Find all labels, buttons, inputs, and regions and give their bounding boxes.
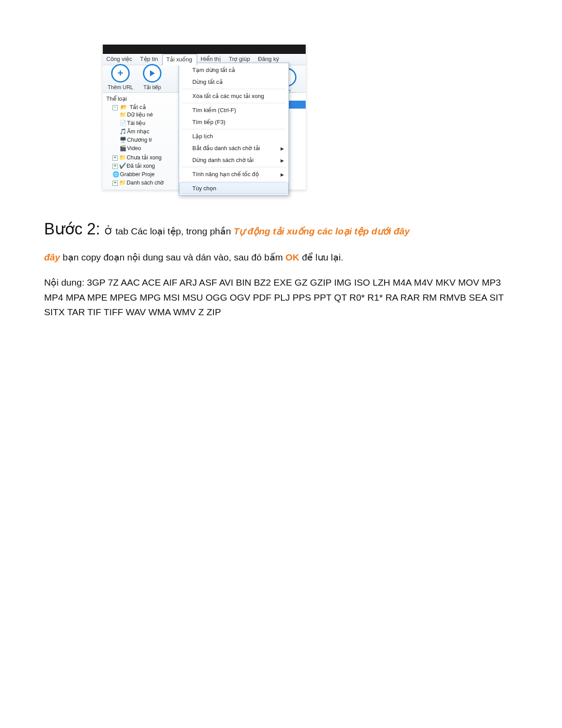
dd-speed-limit[interactable]: Tính năng hạn chế tốc độ▶ bbox=[179, 168, 288, 180]
step-text: bạn copy đoạn nội dung sau và dán vào, s… bbox=[63, 252, 285, 262]
dd-separator bbox=[182, 89, 286, 89]
chevron-right-icon: ▶ bbox=[281, 158, 284, 162]
dd-separator bbox=[182, 181, 286, 181]
tree-item-label: Chưa tải xong bbox=[127, 155, 161, 161]
play-icon bbox=[143, 64, 161, 83]
tree-item-label: Dữ liệu né bbox=[127, 112, 153, 118]
step-text: để lưu lại. bbox=[302, 252, 343, 262]
collapse-icon[interactable]: − bbox=[112, 105, 118, 110]
tree-item[interactable]: 🎬Video bbox=[120, 144, 183, 152]
tree-item[interactable]: 📁Dữ liệu né bbox=[120, 110, 183, 119]
folder-icon: 📁 bbox=[119, 179, 126, 186]
content-paragraph: Nội dung: 3GP 7Z AAC ACE AIF ARJ ASF AVI… bbox=[44, 275, 512, 320]
folder-open-icon: 📂 bbox=[120, 104, 127, 110]
chevron-right-icon: ▶ bbox=[281, 172, 284, 177]
tree-item[interactable]: 🎵Âm nhạc bbox=[120, 127, 183, 136]
category-tree: − 📂 Tất cả 📁Dữ liệu né 📄Tài liệu 🎵Âm nhạ… bbox=[105, 103, 183, 187]
dd-delete-completed[interactable]: Xóa tất cả các mục tải xong bbox=[179, 90, 288, 102]
dd-separator bbox=[182, 103, 286, 103]
tree-root[interactable]: − 📂 Tất cả 📁Dữ liệu né 📄Tài liệu 🎵Âm nhạ… bbox=[112, 103, 183, 153]
add-url-button[interactable]: + Thêm URL bbox=[105, 64, 136, 91]
step-number: Bước 2: bbox=[44, 220, 100, 238]
content-label: Nội dung: bbox=[44, 277, 87, 287]
dd-pause-all[interactable]: Tạm dừng tất cả bbox=[179, 64, 288, 76]
dd-find-next[interactable]: Tìm tiếp (F3) bbox=[179, 116, 288, 128]
program-icon: 🖥️ bbox=[120, 136, 126, 143]
step-text: Ở tab Các loại tệp, trong phần bbox=[105, 226, 234, 236]
dd-stop-all[interactable]: Dừng tất cả bbox=[179, 76, 288, 88]
sidebar-title: Thể loại bbox=[105, 94, 183, 103]
tree-item-label: Đã tải xong bbox=[127, 163, 155, 169]
dd-options[interactable]: Tùy chọn bbox=[179, 182, 288, 194]
tree-item-label: Âm nhạc bbox=[127, 128, 149, 135]
expand-icon[interactable]: + bbox=[112, 164, 118, 169]
menu-congviec[interactable]: Công việc bbox=[103, 54, 137, 65]
downloads-dropdown: Tạm dừng tất cả Dừng tất cả Xóa tất cả c… bbox=[179, 63, 289, 196]
music-icon: 🎵 bbox=[120, 128, 126, 135]
window-titlebar bbox=[103, 45, 306, 54]
dd-label: Dừng danh sách chờ tải bbox=[192, 157, 254, 163]
dd-start-queue[interactable]: Bắt đầu danh sách chờ tải▶ bbox=[179, 142, 288, 154]
file-icon: 📄 bbox=[120, 120, 126, 126]
sidebar: Thể loại − 📂 Tất cả 📁Dữ liệu né 📄Tài liệ… bbox=[103, 93, 184, 189]
tree-root-label: Tất cả bbox=[130, 104, 146, 110]
plus-icon: + bbox=[111, 64, 130, 83]
dd-scheduler[interactable]: Lập lịch bbox=[179, 130, 288, 142]
tree-item-label: Grabber Proje bbox=[120, 171, 155, 177]
add-url-label: Thêm URL bbox=[108, 84, 133, 91]
step-em-ok: OK bbox=[285, 252, 300, 262]
step-paragraph-2: đây bạn copy đoạn nội dung sau và dán và… bbox=[44, 250, 512, 265]
menu-taixuong[interactable]: Tải xuống bbox=[162, 54, 197, 65]
step-em-continued: đây bbox=[44, 252, 60, 262]
check-folder-icon: ✔️ bbox=[119, 162, 126, 169]
tree-item-label: Video bbox=[127, 145, 141, 151]
tree-grabber[interactable]: 🌐Grabber Proje bbox=[112, 170, 183, 178]
svg-marker-0 bbox=[150, 70, 155, 76]
step-em-auto-download: Tự động tải xuống các loại tệp dưới đây bbox=[234, 226, 410, 236]
content-body: 3GP 7Z AAC ACE AIF ARJ ASF AVI BIN BZ2 E… bbox=[44, 277, 504, 317]
dd-find[interactable]: Tìm kiếm (Ctrl-F) bbox=[179, 104, 288, 116]
tree-queue[interactable]: +📁Danh sách chờ bbox=[112, 178, 183, 187]
chevron-right-icon: ▶ bbox=[281, 146, 284, 151]
tree-unfinished[interactable]: +📁Chưa tải xong bbox=[112, 153, 183, 162]
video-icon: 🎬 bbox=[120, 145, 126, 151]
expand-icon[interactable]: + bbox=[112, 181, 118, 186]
tree-item-label: Danh sách chờ bbox=[127, 180, 164, 186]
menu-teptin[interactable]: Tệp tin bbox=[137, 54, 163, 65]
folder-icon: 📁 bbox=[119, 154, 126, 161]
idm-window: Công việc Tệp tin Tải xuống Hiển thị Trợ… bbox=[102, 44, 306, 190]
dd-label: Tính năng hạn chế tốc độ bbox=[192, 171, 259, 177]
ie-icon: 🌐 bbox=[112, 171, 119, 177]
tree-item-label: Tài liệu bbox=[127, 120, 145, 126]
dd-stop-queue[interactable]: Dừng danh sách chờ tải▶ bbox=[179, 154, 288, 166]
tree-item[interactable]: 🖥️Chương tr bbox=[120, 136, 183, 144]
tree-finished[interactable]: +✔️Đã tải xong bbox=[112, 162, 183, 170]
expand-icon[interactable]: + bbox=[112, 155, 118, 161]
folder-icon: 📁 bbox=[120, 111, 126, 118]
dd-separator bbox=[182, 129, 286, 129]
dd-separator bbox=[182, 167, 286, 167]
step-paragraph-1: Bước 2: Ở tab Các loại tệp, trong phần T… bbox=[44, 216, 512, 242]
tree-item-label: Chương tr bbox=[127, 137, 152, 143]
resume-button[interactable]: Tải tiếp bbox=[136, 64, 168, 91]
resume-label: Tải tiếp bbox=[143, 84, 161, 91]
dd-label: Bắt đầu danh sách chờ tải bbox=[192, 145, 260, 151]
instructions: Bước 2: Ở tab Các loại tệp, trong phần T… bbox=[44, 216, 512, 320]
tree-item[interactable]: 📄Tài liệu bbox=[120, 119, 183, 127]
